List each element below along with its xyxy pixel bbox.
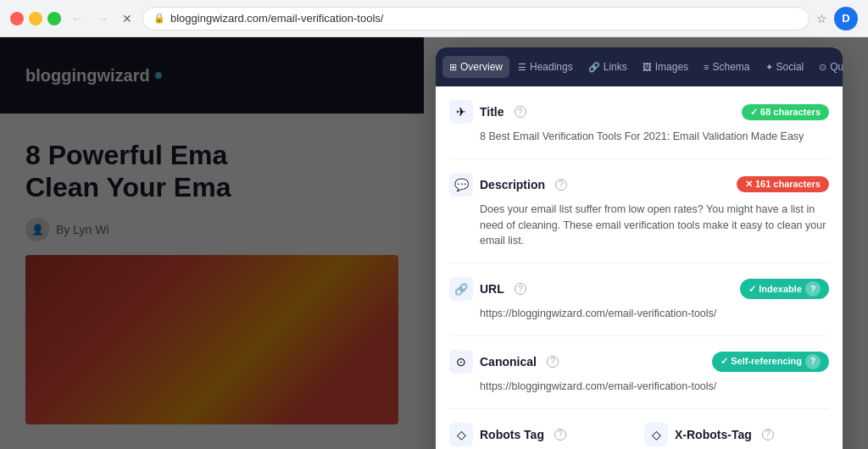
title-header: ✈ Title ? ✓ 68 characters	[449, 100, 829, 124]
nav-social[interactable]: ✦ Social	[759, 56, 811, 78]
robots-tag-section: ◇ Robots Tag ? index, follow	[449, 423, 634, 450]
robots-tag-header: ◇ Robots Tag ?	[449, 423, 634, 446]
url-value: https://bloggingwizard.com/email-verific…	[480, 306, 829, 322]
robots-row: ◇ Robots Tag ? index, follow ◇ X-Robots-…	[449, 423, 829, 450]
x-robots-tag-header: ◇ X-Robots-Tag ?	[644, 423, 829, 446]
window-minimize-btn[interactable]	[29, 12, 42, 25]
nav-overview-label: Overview	[460, 61, 503, 73]
canonical-icon: ⊙	[449, 350, 473, 374]
overview-icon: ⊞	[449, 62, 457, 73]
nav-overview[interactable]: ⊞ Overview	[442, 56, 509, 78]
canonical-header: ⊙ Canonical ? ✓ Self-referencing ?	[449, 350, 829, 374]
browser-chrome: ← → ✕ 🔒 bloggingwizard.com/email-verific…	[0, 0, 868, 37]
x-robots-tag-left: ◇ X-Robots-Tag ?	[644, 423, 774, 446]
nav-headings-label: Headings	[530, 61, 573, 73]
back-button[interactable]: ←	[68, 8, 86, 29]
description-badge: ✕ 161 characters	[737, 176, 829, 192]
canonical-help-icon[interactable]: ?	[547, 356, 559, 368]
seo-panel: ⊞ Overview ☰ Headings 🔗 Links 🖼 Images ≡…	[436, 47, 843, 449]
url-icon: 🔗	[449, 277, 473, 301]
canonical-left: ⊙ Canonical ?	[449, 350, 559, 374]
nav-quicklinks-label: Quick Links	[830, 61, 843, 73]
x-robots-tag-label: X-Robots-Tag	[675, 428, 752, 441]
title-badge: ✓ 68 characters	[742, 104, 829, 120]
forward-button[interactable]: →	[93, 8, 112, 29]
url-text: bloggingwizard.com/email-verification-to…	[170, 12, 798, 25]
title-section: ✈ Title ? ✓ 68 characters 8 Best Email V…	[449, 100, 829, 159]
title-value: 8 Best Email Verification Tools For 2021…	[480, 129, 829, 145]
window-close-btn[interactable]	[10, 12, 24, 25]
nav-headings[interactable]: ☰ Headings	[511, 56, 580, 78]
x-robots-tag-section: ◇ X-Robots-Tag ? Missing	[644, 423, 829, 450]
nav-quicklinks[interactable]: ⊙ Quick Links	[812, 56, 843, 78]
description-label: Description	[480, 178, 545, 191]
description-header: 💬 Description ? ✕ 161 characters	[449, 173, 829, 197]
x-robots-tag-help-icon[interactable]: ?	[762, 429, 774, 441]
canonical-badge: ✓ Self-referencing ?	[712, 352, 829, 372]
url-help-icon[interactable]: ?	[515, 283, 526, 295]
quicklinks-icon: ⊙	[819, 62, 826, 73]
url-section: 🔗 URL ? ✓ Indexable ? https://bloggingwi…	[449, 277, 829, 336]
canonical-badge-info[interactable]: ?	[805, 354, 821, 369]
bookmark-icon[interactable]: ☆	[816, 12, 827, 25]
url-badge-info[interactable]: ?	[805, 281, 821, 297]
robots-tag-help-icon[interactable]: ?	[554, 429, 566, 441]
nav-links[interactable]: 🔗 Links	[581, 56, 634, 78]
panel-navigation: ⊞ Overview ☰ Headings 🔗 Links 🖼 Images ≡…	[436, 47, 843, 86]
panel-body: ✈ Title ? ✓ 68 characters 8 Best Email V…	[436, 86, 843, 449]
title-icon: ✈	[449, 100, 473, 124]
title-help-icon[interactable]: ?	[515, 106, 526, 118]
x-robots-tag-icon: ◇	[644, 423, 668, 446]
robots-tag-icon: ◇	[449, 423, 473, 446]
url-label: URL	[480, 282, 504, 296]
nav-links-label: Links	[604, 61, 627, 73]
description-icon: 💬	[449, 173, 473, 197]
description-section: 💬 Description ? ✕ 161 characters Does yo…	[449, 173, 829, 263]
canonical-label: Canonical	[480, 355, 537, 369]
nav-schema-label: Schema	[713, 61, 750, 73]
description-left: 💬 Description ?	[449, 173, 567, 197]
address-bar[interactable]: 🔒 bloggingwizard.com/email-verification-…	[142, 7, 810, 30]
window-maximize-btn[interactable]	[47, 12, 61, 25]
page-content: bloggingwizard 8 Powerful Ema Clean Your…	[0, 37, 868, 449]
social-icon: ✦	[765, 62, 773, 73]
lock-icon: 🔒	[153, 13, 165, 24]
browser-window-controls	[10, 12, 61, 25]
nav-schema[interactable]: ≡ Schema	[697, 56, 756, 78]
robots-tag-label: Robots Tag	[480, 428, 544, 441]
profile-avatar[interactable]: D	[834, 7, 858, 30]
nav-social-label: Social	[776, 61, 804, 73]
schema-icon: ≡	[704, 62, 709, 72]
canonical-value: https://bloggingwizard.com/email-verific…	[480, 379, 829, 395]
canonical-section: ⊙ Canonical ? ✓ Self-referencing ? https…	[449, 350, 829, 409]
url-left: 🔗 URL ?	[449, 277, 526, 301]
url-badge: ✓ Indexable ?	[740, 279, 829, 299]
description-help-icon[interactable]: ?	[555, 179, 567, 191]
reload-button[interactable]: ✕	[119, 8, 136, 29]
description-value: Does your email list suffer from low ope…	[480, 202, 829, 249]
links-icon: 🔗	[588, 62, 600, 73]
title-left: ✈ Title ?	[449, 100, 526, 124]
title-label: Title	[480, 105, 504, 119]
nav-images[interactable]: 🖼 Images	[636, 56, 695, 78]
nav-images-label: Images	[655, 61, 688, 73]
url-header: 🔗 URL ? ✓ Indexable ?	[449, 277, 829, 301]
headings-icon: ☰	[518, 62, 526, 73]
images-icon: 🖼	[643, 62, 652, 72]
robots-tag-left: ◇ Robots Tag ?	[449, 423, 566, 446]
